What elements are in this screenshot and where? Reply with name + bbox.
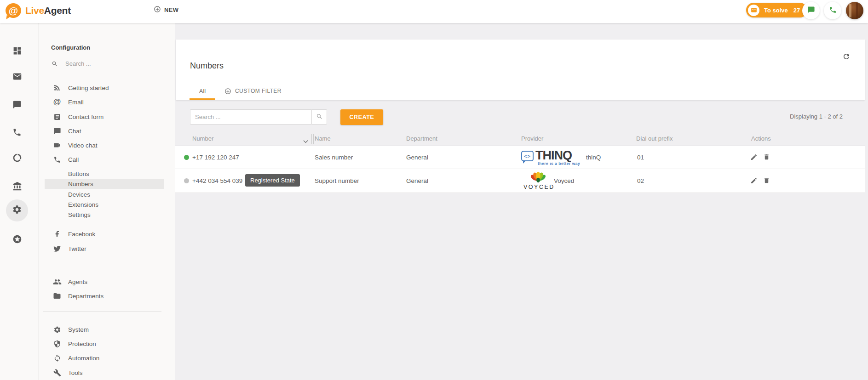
sidebar-item-label: Twitter (68, 245, 86, 252)
column-header-name[interactable]: Name (315, 135, 331, 142)
sidebar-item-call[interactable]: Call (39, 153, 175, 166)
column-header-provider[interactable]: Provider (521, 135, 543, 142)
new-button[interactable]: NEW (154, 6, 179, 14)
rail-company-button[interactable] (6, 176, 28, 198)
envelope-icon (748, 5, 759, 16)
sidebar-subitem-numbers[interactable]: Numbers (45, 179, 164, 189)
sidebar-subitem-extensions[interactable]: Extensions (45, 199, 164, 210)
department-cell: General (406, 177, 428, 184)
logo-text: LiveAgent (25, 5, 71, 16)
sidebar-subitem-settings[interactable]: Settings (45, 210, 164, 220)
rail-star-button[interactable] (6, 229, 28, 251)
add-circle-icon (224, 88, 231, 95)
voyced-logo: VOYCED (523, 171, 553, 190)
chat-icon (52, 127, 62, 135)
sidebar-item-chat[interactable]: Chat (39, 124, 175, 138)
refresh-icon (842, 54, 851, 62)
settings-gear-icon (12, 204, 22, 216)
column-header-number[interactable]: Number (192, 135, 213, 142)
rail-chat-button[interactable] (6, 95, 28, 117)
rail-time-button[interactable] (6, 147, 28, 170)
gear-icon (52, 326, 62, 334)
sidebar-item-twitter[interactable]: Twitter (39, 242, 175, 255)
sidebar-item-label: Video chat (68, 142, 98, 149)
sidebar-item-label: Facebook (68, 231, 95, 238)
table-search-button[interactable] (311, 109, 327, 125)
sidebar-subitem-buttons[interactable]: Buttons (45, 169, 164, 179)
liveagent-app: @ LiveAgent NEW To solve 27 (0, 0, 868, 380)
to-solve-count: 27 (793, 7, 800, 14)
videocam-icon (52, 141, 62, 149)
sort-chevron-icon[interactable] (303, 137, 308, 145)
column-divider[interactable] (311, 134, 312, 144)
column-header-dial-out-prefix[interactable]: Dial out prefix (636, 135, 673, 142)
create-button[interactable]: CREATE (340, 109, 383, 125)
refresh-button[interactable] (842, 52, 851, 62)
rail-call-button[interactable] (6, 122, 28, 144)
thinq-logo: <> THINQ there is a better way (521, 149, 572, 167)
sidebar-item-label: Protection (68, 340, 96, 347)
table-search-input[interactable] (190, 109, 311, 125)
sidebar-item-facebook[interactable]: Facebook (39, 227, 175, 241)
provider-cell: thinQ (586, 154, 601, 161)
sidebar-item-system[interactable]: System (39, 323, 175, 336)
tab-all[interactable]: All (190, 82, 215, 100)
pencil-icon (750, 177, 758, 186)
facebook-icon (52, 230, 62, 238)
rss-icon (52, 84, 62, 92)
sync-icon (52, 354, 62, 362)
tab-custom-filter[interactable]: CUSTOM FILTER (224, 82, 282, 100)
active-tab-underline (190, 98, 215, 100)
sidebar-item-contact-form[interactable]: Contact form (39, 110, 175, 124)
user-avatar[interactable] (846, 2, 863, 19)
number-cell: +17 192 120 247 (192, 154, 239, 161)
sidebar-item-email[interactable]: @ Email (39, 95, 175, 109)
sidebar-item-agents[interactable]: Agents (39, 275, 175, 289)
start-call-button[interactable] (824, 2, 841, 19)
rail-dashboard-button[interactable] (6, 40, 28, 62)
sidebar-item-label: Chat (68, 128, 81, 135)
sidebar-title: Configuration (51, 44, 90, 51)
status-dot-online (184, 155, 189, 160)
icon-rail (0, 23, 38, 380)
rail-configuration-button[interactable] (6, 199, 28, 221)
wrench-icon (52, 369, 62, 377)
table-row[interactable]: +17 192 120 247 Sales number General <> … (175, 146, 865, 169)
sidebar-subitem-devices[interactable]: Devices (45, 189, 164, 199)
delete-button[interactable] (762, 176, 771, 186)
registered-state-badge: Registered State (245, 174, 300, 187)
sidebar-item-getting-started[interactable]: Getting started (39, 81, 175, 95)
rail-email-button[interactable] (6, 66, 28, 88)
sidebar-item-video-chat[interactable]: Video chat (39, 138, 175, 152)
chat-bubble-icon (807, 6, 815, 16)
to-solve-button[interactable]: To solve 27 (746, 3, 807, 17)
delete-button[interactable] (762, 153, 771, 162)
sidebar-divider (43, 264, 161, 264)
department-cell: General (406, 154, 428, 161)
search-icon (52, 61, 58, 69)
edit-button[interactable] (749, 176, 759, 186)
add-circle-icon (154, 6, 161, 14)
sidebar-item-departments[interactable]: Departments (39, 289, 175, 303)
trash-icon (763, 153, 770, 162)
column-header-department[interactable]: Department (406, 135, 437, 142)
column-divider[interactable] (313, 134, 314, 144)
provider-cell: Voyced (554, 177, 574, 184)
trash-icon (763, 177, 770, 185)
sidebar-item-automation[interactable]: Automation (39, 351, 175, 365)
edit-button[interactable] (749, 153, 759, 162)
sidebar-item-tools[interactable]: Tools (39, 366, 175, 380)
data-ring-icon (12, 153, 22, 164)
sidebar-item-protection[interactable]: Protection (39, 337, 175, 351)
bank-icon (12, 181, 22, 193)
sidebar-item-label: Getting started (68, 85, 109, 91)
table-header: Number Name Department Provider Dial out… (175, 133, 865, 146)
sidebar-divider (43, 311, 161, 312)
sidebar-item-label: Call (68, 156, 79, 163)
table-row[interactable]: +442 034 554 039 Registered State Suppor… (175, 169, 865, 193)
start-chat-button[interactable] (802, 2, 820, 19)
liveagent-logo[interactable]: @ LiveAgent (6, 3, 71, 18)
top-bar: @ LiveAgent NEW To solve 27 (0, 0, 868, 23)
column-header-actions[interactable]: Actions (751, 135, 771, 142)
sidebar-search-input[interactable] (65, 57, 157, 69)
